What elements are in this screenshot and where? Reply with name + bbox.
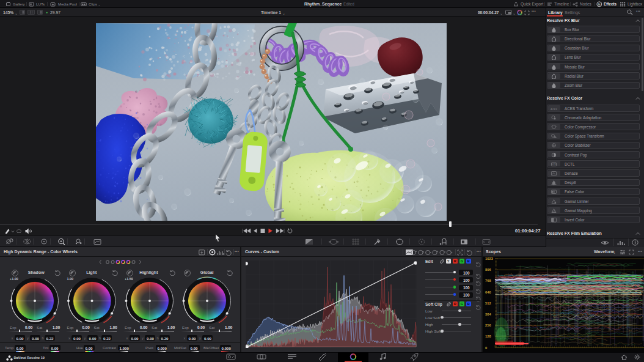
svg-text:fx: fx — [598, 3, 601, 6]
svg-text:ACES: ACES — [551, 107, 557, 110]
svg-text:DCTL: DCTL — [551, 163, 557, 166]
